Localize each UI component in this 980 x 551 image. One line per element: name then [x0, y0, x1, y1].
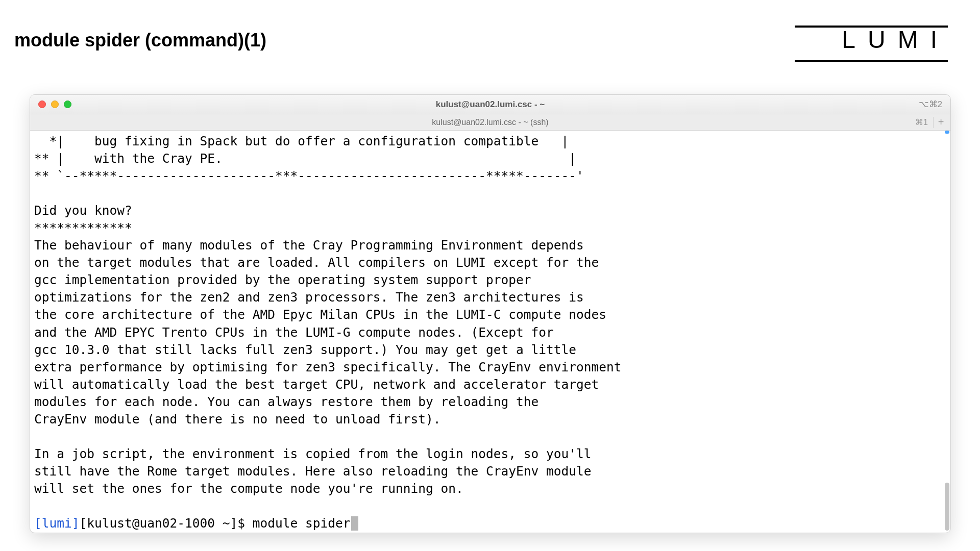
terminal-output: *| bug fixing in Spack but do offer a co… [34, 134, 622, 496]
typed-command: module spider [253, 516, 351, 531]
tab-right-controls: ⌘1 + [915, 117, 944, 128]
slide-title: module spider (command)(1) [14, 30, 266, 51]
window-title: kulust@uan02.lumi.csc - ~ [30, 99, 950, 110]
prompt-path: [kulust@uan02-1000 ~]$ [80, 516, 253, 531]
window-shortcut-label: ⌥⌘2 [919, 99, 942, 110]
terminal-body[interactable]: *| bug fixing in Spack but do offer a co… [30, 131, 950, 533]
prompt-host: [lumi] [34, 516, 80, 531]
window-titlebar: kulust@uan02.lumi.csc - ~ ⌥⌘2 [30, 95, 950, 114]
scrollbar-track[interactable] [944, 131, 949, 533]
tab-shortcut-label: ⌘1 [915, 117, 928, 127]
logo-underline [795, 60, 948, 62]
new-tab-button[interactable]: + [933, 117, 944, 128]
tab-title[interactable]: kulust@uan02.lumi.csc - ~ (ssh) [30, 118, 950, 127]
tab-bar: kulust@uan02.lumi.csc - ~ (ssh) ⌘1 + [30, 114, 950, 131]
terminal-window: kulust@uan02.lumi.csc - ~ ⌥⌘2 kulust@uan… [30, 94, 951, 533]
lumi-logo: LUMI [842, 26, 949, 54]
scrollbar-top-indicator [945, 131, 949, 134]
cursor [351, 516, 358, 531]
scrollbar-thumb[interactable] [945, 483, 949, 531]
